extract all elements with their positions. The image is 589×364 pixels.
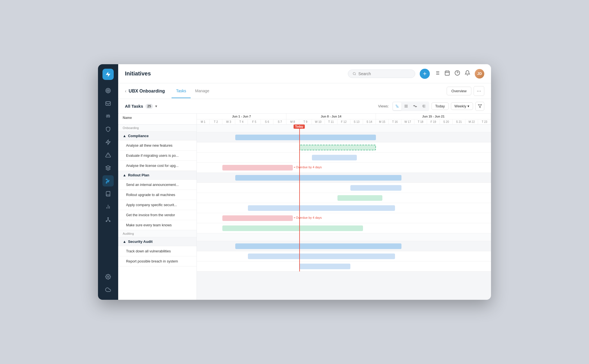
bell-icon[interactable] (465, 70, 470, 77)
task-count-badge: 25 (145, 104, 153, 109)
today-button[interactable]: Today (432, 102, 449, 110)
svg-rect-13 (106, 183, 107, 183)
gantt-day-w3: W 3 (222, 119, 235, 124)
svg-point-1 (106, 88, 111, 93)
gantt-bar[interactable] (299, 264, 350, 269)
today-badge: Today (293, 125, 305, 129)
gantt-bar[interactable] (222, 215, 293, 221)
more-options-button[interactable]: ⋯ (474, 86, 484, 96)
overview-button[interactable]: Overview (447, 87, 471, 95)
svg-point-3 (108, 90, 108, 91)
all-tasks-filter[interactable]: All Tasks 25 ▾ (125, 104, 157, 109)
gantt-bar[interactable] (235, 175, 401, 181)
gantt-day-w17: W 17 (401, 119, 414, 124)
task-apply-security[interactable]: Apply company specific securit... (118, 200, 197, 210)
sub-header-right: Overview ⋯ (447, 86, 484, 96)
sidebar-item-shield[interactable] (102, 124, 114, 135)
view-gantt-button[interactable] (393, 102, 401, 110)
gantt-name-column-header: Name (118, 114, 197, 124)
gantt-bar[interactable] (235, 243, 401, 249)
gantt-bar[interactable] (248, 254, 395, 259)
overdue-label: • Overdue by 4 days (294, 216, 322, 219)
svg-marker-6 (106, 140, 110, 145)
task-announcement[interactable]: Send an internal announcement... (118, 180, 197, 190)
task-rollout-machines[interactable]: Rollout upgrade to all machines (118, 190, 197, 200)
group-compliance[interactable]: ▲ Compliance (118, 132, 197, 140)
group-security-label: Security Audit (128, 239, 153, 244)
view-list-button[interactable] (402, 102, 410, 110)
sidebar-item-bug[interactable] (102, 111, 114, 122)
add-button[interactable]: + (420, 69, 430, 79)
task-analyse-features[interactable]: Analyse all thew new features (118, 140, 197, 151)
back-button[interactable]: ‹ (125, 89, 126, 94)
gantt-day-t4: T 4 (235, 119, 248, 124)
task-breach[interactable]: Report possible breach in system (118, 256, 197, 266)
weekly-button[interactable]: Weekly ▾ (451, 102, 473, 110)
task-invoice[interactable]: Get the invoice from the vendor (118, 210, 197, 220)
group-compliance-label: Compliance (128, 134, 149, 138)
gantt-day-f19: F 19 (427, 119, 440, 124)
group-rollout[interactable]: ▲ Rollout Plan (118, 171, 197, 180)
sidebar-item-layers[interactable] (102, 162, 114, 174)
search-box[interactable] (348, 70, 415, 78)
tab-manage[interactable]: Manage (191, 84, 214, 98)
gantt-bar[interactable] (337, 195, 382, 201)
view-timeline-button[interactable] (411, 102, 419, 110)
gantt-day-f5: F 5 (248, 119, 261, 124)
gantt-week-2: Jun 8 - Jun 14 (286, 114, 376, 119)
weekly-chevron-icon: ▾ (467, 104, 469, 108)
sidebar-item-lightning[interactable] (102, 137, 114, 148)
chevron-compliance-icon: ▲ (123, 134, 126, 138)
sidebar-item-cloud[interactable] (102, 284, 114, 295)
help-icon[interactable] (455, 70, 460, 77)
svg-marker-46 (478, 105, 482, 108)
group-security-audit[interactable]: ▲ Security Audit (118, 237, 197, 246)
sidebar (98, 64, 118, 300)
sidebar-item-target[interactable] (102, 85, 114, 96)
page-title: Initiatives (125, 70, 343, 77)
sidebar-logo[interactable] (102, 69, 114, 80)
sidebar-item-settings[interactable] (102, 271, 114, 282)
svg-point-21 (353, 72, 355, 75)
gantt-bar[interactable] (299, 145, 376, 150)
sidebar-item-gantt[interactable] (102, 175, 114, 186)
app-window: Initiatives + JD (98, 64, 491, 300)
filter-button[interactable] (475, 102, 484, 111)
gantt-bar[interactable] (248, 205, 395, 211)
sidebar-item-book[interactable] (102, 188, 114, 199)
gantt-day-t11: T 11 (325, 119, 338, 124)
gantt-task-list: Onboarding ▲ Compliance Analyse all thew… (118, 125, 197, 300)
task-vulnerabilities[interactable]: Track down all vulnerabilities (118, 246, 197, 256)
tab-tasks[interactable]: Tasks (172, 84, 191, 98)
section-onboarding: Onboarding (118, 125, 197, 132)
view-board-button[interactable] (420, 102, 428, 110)
gantt-day-t2: T 2 (210, 119, 223, 124)
svg-rect-12 (106, 181, 109, 182)
gantt-day-m8: M 8 (286, 119, 299, 124)
gantt-bar[interactable] (235, 135, 376, 140)
task-list-icon[interactable] (434, 70, 440, 77)
calendar-icon[interactable] (444, 70, 450, 77)
sidebar-item-inbox[interactable] (102, 98, 114, 109)
chevron-down-icon: ▾ (155, 104, 157, 108)
gantt-bar[interactable] (312, 155, 357, 160)
sidebar-item-org[interactable] (102, 214, 114, 225)
gantt-day-t9: T 9 (299, 119, 312, 124)
svg-rect-4 (106, 102, 111, 105)
sidebar-item-chart[interactable] (102, 201, 114, 212)
svg-point-5 (107, 115, 109, 117)
svg-rect-28 (445, 71, 449, 75)
svg-marker-0 (106, 72, 111, 77)
toolbar-right: Views: Today We (378, 102, 484, 111)
svg-point-2 (107, 89, 109, 92)
sidebar-item-alert[interactable] (102, 149, 114, 161)
task-team-knows[interactable]: Make sure every team knows (118, 220, 197, 230)
task-evaluate-migrating[interactable]: Evaluate if migrating users is po... (118, 151, 197, 161)
search-input[interactable] (359, 72, 410, 76)
task-analyse-license[interactable]: Analyse the license cost for upg... (118, 161, 197, 171)
avatar[interactable]: JD (475, 69, 484, 79)
gantt-bar[interactable] (222, 225, 363, 231)
gantt-bar[interactable] (350, 185, 401, 191)
gantt-bar[interactable] (222, 165, 293, 171)
svg-point-19 (109, 221, 110, 222)
